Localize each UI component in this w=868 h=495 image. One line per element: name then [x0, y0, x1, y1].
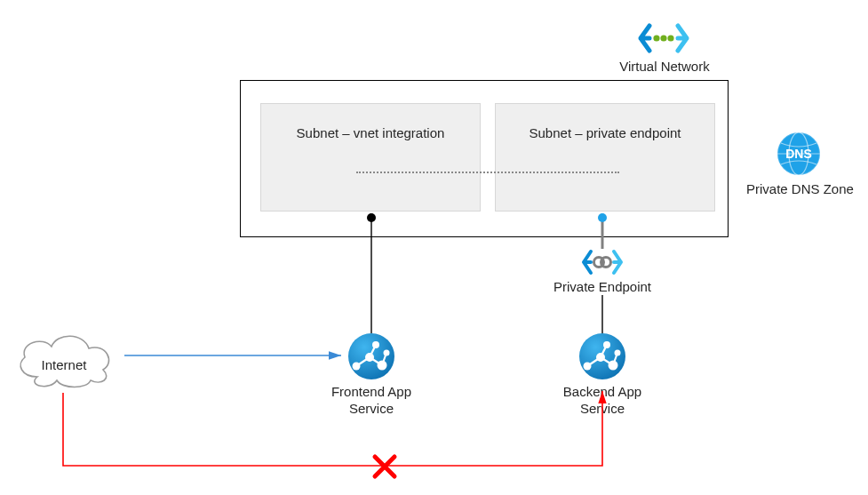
- svg-point-22: [378, 361, 387, 371]
- svg-point-34: [615, 350, 621, 356]
- svg-point-30: [584, 363, 592, 371]
- svg-point-24: [384, 350, 390, 356]
- private-endpoint-label: Private Endpoint: [549, 279, 656, 296]
- arrow-internet-to-backend-blocked: [58, 380, 617, 487]
- private-endpoint-icon: [580, 244, 625, 280]
- svg-point-32: [609, 361, 618, 371]
- subnet-vnet-integration-box: Subnet – vnet integration: [260, 103, 481, 212]
- svg-point-31: [596, 353, 605, 362]
- virtual-network-icon: [637, 17, 690, 60]
- svg-point-11: [598, 213, 607, 222]
- subnet-dotted-connector: [356, 172, 619, 173]
- connector-subnet-to-private-endpoint: [593, 209, 611, 249]
- svg-point-33: [603, 341, 610, 348]
- svg-point-2: [667, 35, 673, 41]
- svg-text:DNS: DNS: [785, 147, 812, 161]
- svg-point-1: [660, 35, 666, 41]
- connector-subnet-to-frontend: [362, 209, 380, 333]
- private-dns-zone-label: Private DNS Zone: [746, 181, 853, 198]
- block-x-icon: [371, 453, 398, 480]
- virtual-network-box: Subnet – vnet integration Subnet – priva…: [240, 80, 729, 237]
- svg-point-0: [653, 35, 659, 41]
- subnet-private-endpoint-box: Subnet – private endpoint: [495, 103, 715, 212]
- arrow-internet-to-frontend: [124, 345, 348, 366]
- svg-point-23: [372, 341, 379, 348]
- svg-point-20: [353, 363, 361, 371]
- virtual-network-label: Virtual Network: [613, 59, 716, 76]
- connector-private-endpoint-to-backend: [593, 295, 611, 335]
- svg-point-9: [367, 213, 376, 222]
- private-dns-zone-icon: DNS: [776, 131, 822, 177]
- backend-app-service-icon: [577, 331, 627, 381]
- subnet-vnet-integration-label: Subnet – vnet integration: [261, 125, 480, 140]
- frontend-app-service-icon: [346, 331, 396, 381]
- diagram-canvas: Subnet – vnet integration Subnet – priva…: [0, 0, 868, 495]
- svg-point-21: [365, 353, 374, 362]
- internet-label: Internet: [28, 357, 100, 374]
- subnet-private-endpoint-label: Subnet – private endpoint: [496, 125, 714, 140]
